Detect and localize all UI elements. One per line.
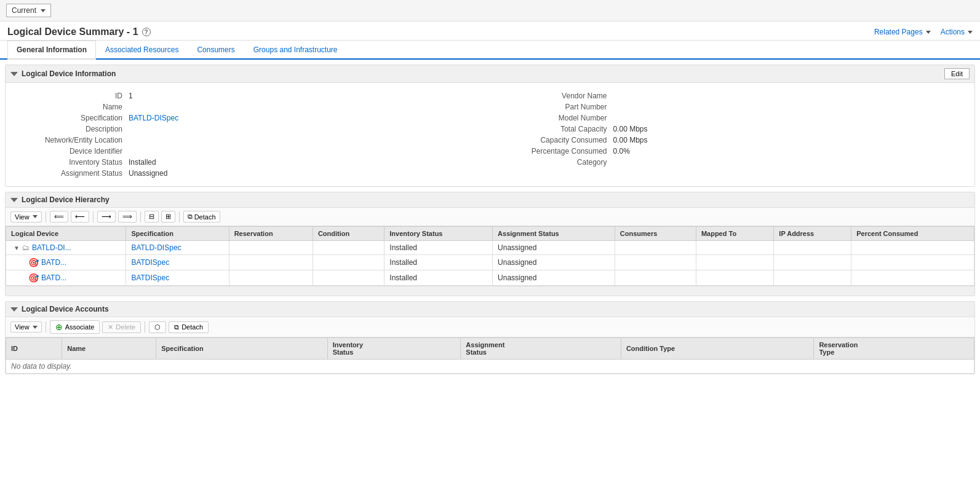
field-desc-label: Description (18, 125, 129, 133)
cell-asnstatus-1: Unassigned (493, 241, 615, 255)
cell-pct-2 (851, 255, 974, 270)
cell-mappedto-1 (696, 241, 773, 255)
collapse-all-button[interactable]: ⊟ (145, 211, 159, 222)
lda-section-title: Logical Device Accounts (22, 305, 109, 313)
field-name-label: Name (18, 103, 129, 111)
field-spec-value[interactable]: BATLD-DISpec (129, 114, 178, 122)
cell-invstatus-1: Installed (384, 241, 493, 255)
field-totalcap-label: Total Capacity (503, 125, 613, 133)
cell-consumers-3 (615, 270, 696, 286)
tree-expand-icon[interactable]: ▼ (14, 245, 20, 251)
field-modelnum-label: Model Number (503, 114, 613, 122)
lda-export-button[interactable]: ⬡ (149, 321, 166, 333)
lda-no-data-cell: No data to display. (6, 360, 974, 374)
lda-view-button[interactable]: View (10, 321, 42, 333)
nav-next-button[interactable]: ⟶ (97, 211, 116, 222)
lda-col-name: Name (62, 338, 156, 360)
cell-pct-3 (851, 270, 974, 286)
logical-device-link-1[interactable]: BATLD-DI... (32, 243, 71, 252)
nav-prev-button[interactable]: ⟵ (71, 211, 89, 222)
lda-toolbar: View ⊕ Associate ✕ Delete ⬡ ⧉ Detach (6, 317, 974, 337)
target-icon-2: 🎯 (28, 273, 39, 283)
lda-detach-icon: ⧉ (174, 323, 179, 331)
lda-col-asn-status: AssignmentStatus (461, 338, 621, 360)
col-reservation: Reservation (229, 227, 313, 241)
current-label: Current (12, 6, 36, 15)
field-vendor-label: Vendor Name (503, 92, 613, 100)
cell-logical-device-3: 🎯 BATD... (6, 270, 126, 286)
cell-pct-1 (851, 241, 974, 255)
cell-spec-3: BATDISpec (126, 270, 229, 286)
ldh-table: Logical Device Specification Reservation… (6, 226, 974, 286)
cell-spec-1: BATLD-DISpec (126, 241, 229, 255)
lda-view-dropdown-icon (33, 326, 38, 329)
field-inventory-status: Inventory Status Installed (18, 158, 478, 167)
cell-asnstatus-3: Unassigned (493, 270, 615, 286)
ldh-toolbar: View ⟸ ⟵ ⟶ ⟹ ⊟ ⊞ (6, 208, 974, 226)
lda-detach-button[interactable]: ⧉ Detach (169, 321, 209, 333)
cell-cond-1 (313, 241, 384, 255)
ldh-view-button[interactable]: View (10, 211, 42, 222)
field-id-value: 1 (129, 92, 133, 100)
cell-mappedto-3 (696, 270, 773, 286)
ldh-section-header: Logical Device Hierarchy (6, 192, 974, 208)
field-vendor-name: Vendor Name (503, 92, 963, 100)
page-header: Logical Device Summary - 1 ? Related Pag… (0, 22, 980, 41)
edit-button[interactable]: Edit (944, 68, 970, 79)
spec-link-1[interactable]: BATLD-DISpec (131, 243, 181, 252)
lda-toolbar-sep-1 (46, 321, 46, 333)
actions-link[interactable]: Actions (941, 28, 973, 36)
logical-device-hierarchy-section: Logical Device Hierarchy View ⟸ ⟵ ⟶ ⟹ (5, 192, 975, 296)
tab-associated-resources[interactable]: Associated Resources (96, 41, 188, 58)
cell-res-2 (229, 255, 313, 270)
logical-device-link-2[interactable]: BATD... (41, 258, 66, 267)
spec-link-2[interactable]: BATDISpec (131, 258, 169, 267)
cell-consumers-1 (615, 241, 696, 255)
top-bar: Current (0, 0, 980, 22)
expand-all-button[interactable]: ⊞ (161, 211, 175, 222)
field-spec-label: Specification (18, 114, 129, 122)
ldi-collapse-icon[interactable] (10, 72, 18, 76)
associate-button[interactable]: ⊕ Associate (50, 320, 100, 334)
target-icon-1: 🎯 (28, 258, 39, 267)
associate-icon: ⊕ (55, 322, 63, 332)
cell-invstatus-2: Installed (384, 255, 493, 270)
tab-general-information[interactable]: General Information (7, 41, 96, 60)
ldh-collapse-icon[interactable] (10, 198, 18, 202)
actions-label: Actions (941, 28, 965, 36)
ldi-info-grid: ID 1 Name Specification BATLD-DISpec Des… (6, 83, 974, 186)
ldh-detach-button[interactable]: ⧉ Detach (183, 211, 220, 222)
lda-table-scroll: ID Name Specification InventoryStatus As… (6, 337, 974, 374)
field-partnum-label: Part Number (503, 103, 613, 111)
current-dropdown-icon (41, 9, 46, 12)
field-id: ID 1 (18, 92, 478, 100)
nav-first-button[interactable]: ⟸ (50, 211, 68, 222)
field-total-capacity: Total Capacity 0.00 Mbps (503, 125, 963, 133)
tab-consumers[interactable]: Consumers (188, 41, 244, 58)
cell-ip-3 (774, 270, 851, 286)
cell-consumers-2 (615, 255, 696, 270)
delete-button[interactable]: ✕ Delete (102, 321, 141, 333)
lda-collapse-icon[interactable] (10, 307, 18, 312)
help-icon[interactable]: ? (142, 28, 151, 36)
current-button[interactable]: Current (6, 4, 51, 17)
table-row: 🎯 BATD... BATDISpec Installed Unassigned (6, 270, 974, 286)
col-mapped-to: Mapped To (696, 227, 773, 241)
nav-next-icon: ⟶ (102, 213, 111, 221)
ldh-table-scroll: Logical Device Specification Reservation… (6, 226, 974, 286)
logical-device-link-3[interactable]: BATD... (41, 274, 66, 282)
tab-groups-infrastructure[interactable]: Groups and Infrastructure (244, 41, 347, 58)
expand-all-icon: ⊞ (165, 213, 171, 221)
field-invstatus-value: Installed (129, 158, 156, 167)
nav-last-button[interactable]: ⟹ (118, 211, 137, 222)
view-dropdown-icon (33, 215, 38, 218)
field-pctconsume-label: Percentage Consumed (503, 147, 613, 155)
spec-link-3[interactable]: BATDISpec (131, 274, 169, 282)
ldh-scrollbar[interactable] (6, 286, 974, 296)
cell-asnstatus-2: Unassigned (493, 255, 615, 270)
toolbar-separator-4 (179, 211, 180, 222)
cell-res-3 (229, 270, 313, 286)
lda-col-spec: Specification (156, 338, 327, 360)
cell-mappedto-2 (696, 255, 773, 270)
related-pages-link[interactable]: Related Pages (874, 28, 931, 36)
